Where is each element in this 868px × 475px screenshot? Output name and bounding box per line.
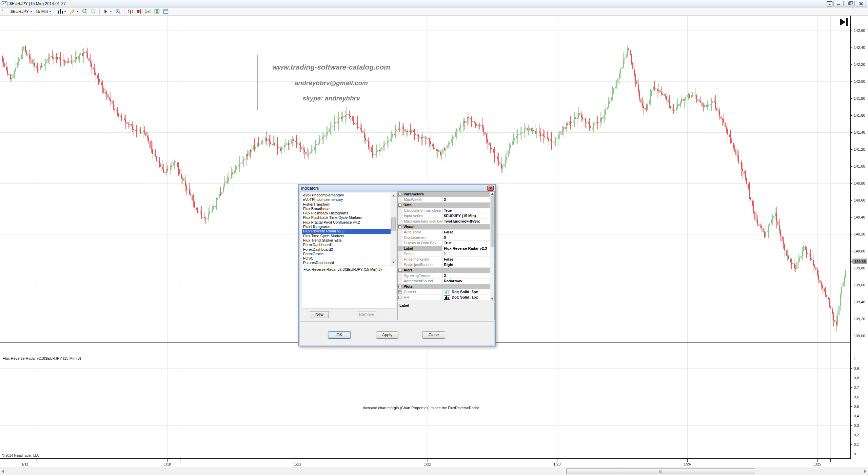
restore-button[interactable] [845,1,855,6]
property-group-row[interactable]: -Plots [398,284,490,289]
indicator-list-item[interactable]: ForexDashboard2 [302,247,396,252]
apply-button[interactable]: Apply [376,331,398,339]
indicator-list-item[interactable]: Flux Flashback Histograms [302,211,396,215]
indicator-list-item[interactable]: Flux Fractal Pivot Confluence v4.2 [302,220,396,225]
property-row[interactable]: +CurrentDot; Solid; 3px [398,289,490,295]
indicator-list-item[interactable]: ForexOracle [302,252,396,256]
collapse-icon[interactable]: - [398,269,401,272]
indicator-list-item[interactable]: Flux Time Cycle Markers [302,234,396,238]
indicator-list-item[interactable]: eVoTPhdcomplementary [302,193,396,197]
property-value[interactable]: Right [442,262,490,267]
indicator-list-item[interactable]: Flux Broadhead [302,207,396,211]
indicator-list-item[interactable]: FuturesDashboard [302,261,396,265]
property-row[interactable]: Price marker(s)False [398,257,490,262]
collapse-icon[interactable]: - [398,204,401,207]
property-value[interactable]: Dot; Solid; 1px [442,295,490,300]
property-group-row[interactable]: -Alert [398,268,490,273]
property-row[interactable]: AgreementSoundRadar.wav [398,279,490,284]
draw-tool-dropdown[interactable] [68,8,80,15]
property-value[interactable]: Dot; Solid; 3px [442,289,490,294]
toolbar-grip[interactable] [2,9,4,14]
collapse-icon[interactable]: - [398,225,401,228]
expand-icon[interactable]: + [398,296,401,299]
property-value[interactable]: 1 [442,251,490,256]
scrollbar-thumb[interactable] [391,217,396,231]
close-button[interactable] [856,1,866,6]
property-group-row[interactable]: -Visual [398,224,490,230]
indicator-list-item[interactable]: Flux Trend Stalker Elite [302,238,396,243]
scroll-up-icon[interactable] [391,193,396,198]
window-titlebar[interactable]: $EURJPY (15 Min) 2014-01-27 L [0,0,868,7]
bars-style-button[interactable] [126,8,135,15]
collapse-icon[interactable]: - [398,285,401,288]
property-value[interactable]: $EURJPY (15 Min) [442,213,490,218]
property-group-row[interactable]: -Data [398,203,490,208]
property-value[interactable]: True [442,208,490,213]
ok-button[interactable]: OK [328,331,351,339]
remove-button[interactable]: Remove [357,311,376,318]
minimize-button[interactable] [833,1,844,6]
indicator-list-item[interactable]: ForexDashboard1 [302,243,396,247]
time-axis[interactable]: 1/111/181/211/221/231/241/25 [0,459,868,467]
instrument-dropdown[interactable]: $EURJPY [9,8,34,15]
candles-style-button[interactable] [135,8,144,15]
data-box-button[interactable] [114,8,122,15]
list-scrollbar[interactable] [391,193,396,265]
property-group-row[interactable]: -Parameters [398,192,490,197]
property-row[interactable]: Panel1 [398,251,490,257]
scrollbar-thumb[interactable] [566,468,755,474]
property-row[interactable]: LabelFlux Reverse Radar v2.3 [398,246,490,251]
property-row[interactable]: +HHDot; Solid; 1px [398,295,490,300]
scroll-down-icon[interactable] [391,260,396,265]
dollar-button[interactable]: $ [153,8,161,15]
property-row[interactable]: Scale justificationRight [398,262,490,268]
property-row[interactable]: MaxWeeks3 [398,197,490,203]
property-row[interactable]: Displacement0 [398,235,490,241]
skip-to-end-icon[interactable] [840,18,850,26]
zoom-in-button[interactable] [80,8,89,15]
panel-button[interactable] [161,8,170,15]
property-row[interactable]: Auto scaleFalse [398,230,490,235]
interval-dropdown[interactable]: 15 Min [34,8,53,15]
indicator-list[interactable]: eVoTPhdcomplementaryeVoTPhtcomplementary… [302,193,396,265]
dialog-titlebar[interactable]: Indicators [299,185,495,192]
scroll-left-icon[interactable] [2,470,4,473]
price-axis[interactable]: 142,60142,40142,20142,00141,80141,60141,… [850,16,868,459]
scroll-down-icon[interactable] [490,297,494,301]
scroll-right-icon[interactable] [864,470,866,473]
property-value[interactable]: False [442,230,490,235]
property-row[interactable]: Maximum bars look bacTwoHundredFiftySix [398,219,490,224]
resize-grip[interactable] [490,341,494,344]
property-value[interactable]: Flux Reverse Radar v2.3 [442,246,490,251]
property-value[interactable]: 3 [442,197,490,202]
scrollbar-thumb[interactable] [491,196,494,247]
indicator-list-item[interactable]: Flux Histograms [302,225,396,229]
property-value[interactable]: TwoHundredFiftySix [442,219,490,224]
new-button[interactable]: New [310,311,329,318]
expand-icon[interactable]: + [398,290,401,293]
indicator-list-item[interactable]: FOSC [302,256,396,261]
property-row[interactable]: Display in Data BoxTrue [398,241,490,246]
zoom-out-button[interactable] [89,8,98,15]
indicator-list-item[interactable]: Flux Flashback Time Cycle Markers [302,215,396,220]
line-style-button[interactable] [144,8,153,15]
close-dialog-button[interactable]: Close [422,331,445,339]
collapse-icon[interactable]: - [398,193,401,196]
indicator-list-item[interactable]: FisherTransform [302,202,396,207]
property-row[interactable]: AgreeingTrends3 [398,273,490,279]
property-value[interactable]: Radar.wav [442,279,490,284]
property-value[interactable]: 0 [442,235,490,240]
bar-type-dropdown[interactable] [57,8,68,14]
dialog-close-button[interactable] [487,186,494,191]
property-value[interactable]: True [442,241,490,246]
property-value[interactable]: False [442,257,490,262]
property-grid[interactable]: -ParametersMaxWeeks3-DataCalculate on ba… [397,191,495,301]
scroll-up-icon[interactable] [490,192,494,196]
property-row[interactable]: Input series$EURJPY (15 Min) [398,213,490,219]
indicator-list-item[interactable]: eVoTPhtcomplementary [302,197,396,202]
grid-scrollbar[interactable] [490,192,494,301]
property-row[interactable]: Calculate on bar closeTrue [398,208,490,213]
property-value[interactable]: 3 [442,273,490,278]
indicator-list-item[interactable]: Flux Reverse Radar v2.3 [302,229,396,233]
cursor-dropdown[interactable] [101,8,114,15]
